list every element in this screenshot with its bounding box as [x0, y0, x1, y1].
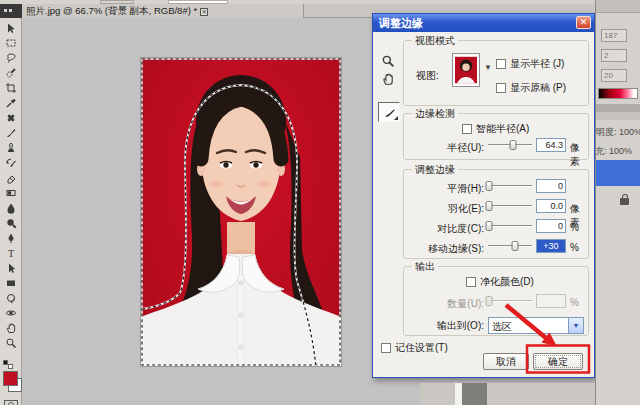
layers-fill-text[interactable]: 填充: 100% — [595, 145, 640, 158]
slider-thumb[interactable] — [486, 221, 493, 231]
blur-tool[interactable] — [0, 200, 21, 215]
toolbox: T — [0, 18, 22, 405]
color-value-field[interactable]: 187 — [601, 29, 627, 42]
toolbox-header[interactable] — [0, 4, 22, 18]
decontaminate-colors-checkbox[interactable]: 净化颜色(D) — [466, 275, 534, 289]
amount-unit-label: % — [570, 297, 579, 308]
amount-value-field — [536, 294, 566, 308]
shape-rect-tool[interactable] — [0, 275, 21, 290]
cancel-button[interactable]: 取消 — [483, 353, 529, 370]
radius-label: 半径(U): — [406, 141, 484, 155]
smart-radius-checkbox[interactable]: 智能半径(A) — [462, 122, 529, 136]
tab-close-icon[interactable]: ✕ — [200, 8, 208, 16]
slider-thumb[interactable] — [512, 241, 519, 251]
radius-slider[interactable] — [488, 140, 532, 150]
brush-icon — [5, 127, 17, 139]
radius-value-field[interactable]: 64.3 — [536, 138, 566, 152]
type-tool[interactable]: T — [0, 245, 21, 260]
orbit-3d-tool[interactable] — [0, 305, 21, 320]
adjust-row-slider[interactable] — [488, 201, 532, 211]
hand-tool[interactable] — [0, 320, 21, 335]
output-to-label: 输出到(O): — [406, 319, 484, 333]
spot-heal-tool[interactable] — [0, 110, 21, 125]
slider-thumb[interactable] — [509, 140, 516, 150]
adjust-row-value-field[interactable]: 0.0 — [536, 199, 566, 213]
show-radius-checkbox[interactable]: 显示半径 (J) — [496, 57, 564, 71]
foreground-color-swatch[interactable] — [3, 371, 18, 386]
spot-heal-icon — [5, 112, 17, 124]
dialog-title-bar[interactable]: 调整边缘 — [373, 14, 594, 32]
slider-thumb[interactable] — [486, 181, 493, 191]
lasso-tool[interactable] — [0, 50, 21, 65]
show-original-checkbox[interactable]: 显示原稿 (P) — [496, 81, 566, 95]
view-thumbnail[interactable] — [452, 53, 480, 87]
right-panel-fragment: 187220 不透明度: 100% 填充: 100% — [595, 0, 640, 405]
hand-icon — [381, 72, 395, 86]
eraser-tool[interactable] — [0, 170, 21, 185]
slider-thumb[interactable] — [486, 201, 493, 211]
dialog-zoom-tool[interactable] — [381, 54, 396, 69]
dropdown-arrow-icon[interactable]: ▼ — [568, 318, 583, 333]
document-tab-title: 照片.jpg @ 66.7% (背景 副本, RGB/8#) * — [26, 5, 197, 16]
dialog-close-button[interactable]: ✕ — [576, 16, 591, 29]
view-thumbnail-image — [455, 56, 477, 84]
slider-thumb — [486, 296, 493, 306]
refine-radius-tool-button[interactable] — [378, 102, 400, 122]
adjust-row-label: 羽化(E): — [406, 202, 484, 216]
scrollbar-thumb-fragment[interactable] — [462, 383, 487, 405]
color-ramp[interactable] — [598, 88, 638, 99]
edge-detection-legend: 边缘检测 — [412, 107, 458, 121]
clone-stamp-icon — [5, 142, 17, 154]
document-tab[interactable]: 照片.jpg @ 66.7% (背景 副本, RGB/8#) *✕ — [22, 4, 304, 18]
crop-icon — [5, 82, 17, 94]
history-brush-tool[interactable] — [0, 155, 21, 170]
quick-mask-icon[interactable] — [4, 400, 18, 405]
panel-header-strip — [596, 0, 640, 13]
view-dropdown-arrow-icon[interactable]: ▼ — [484, 63, 492, 72]
scrollbar-fragment — [455, 383, 462, 405]
lock-icon[interactable] — [620, 198, 629, 205]
quick-select-icon — [5, 67, 17, 79]
adjust-row-slider[interactable] — [488, 181, 532, 191]
adjust-edge-legend: 调整边缘 — [412, 163, 458, 177]
pen-tool[interactable] — [0, 230, 21, 245]
rect-marquee-icon — [5, 37, 17, 49]
dialog-hand-tool[interactable] — [381, 72, 396, 87]
output-group: 输出 净化颜色(D) 数量(U): % 输出到(O): 选区 ▼ — [403, 266, 589, 336]
zoom-tool[interactable] — [0, 335, 21, 350]
magnifier-icon — [381, 54, 395, 68]
default-background-swatch[interactable] — [8, 364, 13, 369]
clone-stamp-tool[interactable] — [0, 140, 21, 155]
output-to-dropdown[interactable]: 选区 ▼ — [488, 317, 584, 334]
remember-settings-checkbox[interactable]: 记住设置(T) — [381, 341, 448, 355]
dodge-tool[interactable] — [0, 215, 21, 230]
adjust-row-slider[interactable] — [488, 221, 532, 231]
gradient-tool[interactable] — [0, 185, 21, 200]
remember-settings-label: 记住设置(T) — [395, 342, 448, 353]
adjust-row-slider[interactable] — [488, 241, 532, 251]
ok-button[interactable]: 确定 — [533, 353, 583, 370]
rect-marquee-tool[interactable] — [0, 35, 21, 50]
rotate-3d-tool[interactable] — [0, 290, 21, 305]
adjust-row-value-field[interactable]: 0 — [536, 219, 566, 233]
path-select-tool[interactable] — [0, 260, 21, 275]
slider-track — [488, 245, 532, 247]
brush-tool[interactable] — [0, 125, 21, 140]
shape-rect-icon — [5, 277, 17, 289]
adjust-row-value-field[interactable]: +30 — [536, 239, 566, 253]
output-to-value: 选区 — [492, 320, 512, 334]
layers-opacity-text[interactable]: 不透明度: 100% — [595, 126, 640, 139]
selected-layer-row[interactable] — [596, 160, 640, 186]
color-value-field[interactable]: 2 — [601, 49, 627, 62]
path-select-icon — [5, 262, 17, 274]
show-original-label: 显示原稿 (P) — [510, 82, 566, 93]
eyedropper-tool[interactable] — [0, 95, 21, 110]
quick-select-tool[interactable] — [0, 65, 21, 80]
background-window-fragment — [420, 383, 595, 405]
move-tool[interactable] — [0, 20, 21, 35]
adjust-row-value-field[interactable]: 0 — [536, 179, 566, 193]
color-value-field[interactable]: 20 — [601, 69, 627, 82]
tool-flyout-triangle-icon — [394, 116, 398, 120]
crop-tool[interactable] — [0, 80, 21, 95]
canvas-photo[interactable] — [140, 57, 342, 367]
